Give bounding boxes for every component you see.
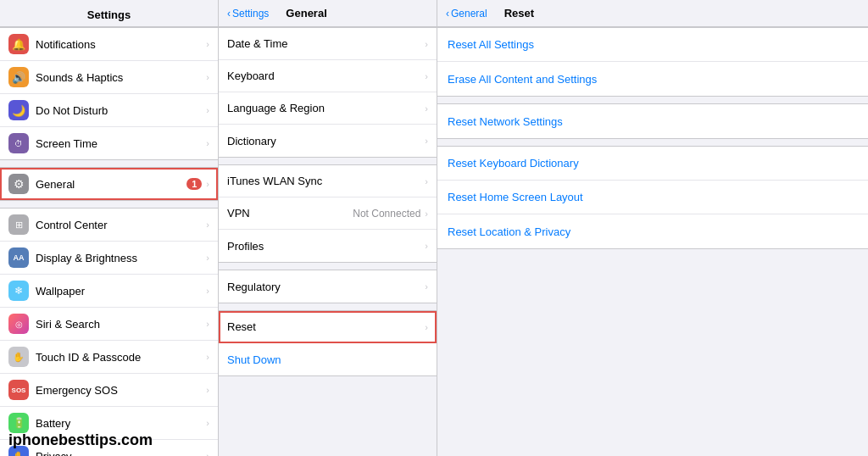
displaybrightness-label: Display & Brightness: [36, 252, 206, 264]
right-nav-title: Reset: [504, 7, 534, 19]
settings-group-3: ⊞ Control Center › AA Display & Brightne…: [0, 208, 218, 456]
donotdisturb-icon: 🌙: [8, 100, 29, 120]
chevron-icon: ›: [206, 220, 209, 230]
sidebar-item-sounds[interactable]: 🔊 Sounds & Haptics ›: [0, 61, 218, 94]
reset-panel-right: ‹ General Reset Reset All Settings Erase…: [437, 0, 868, 456]
settings-list: 🔔 Notifications › 🔊 Sounds & Haptics › 🌙…: [0, 27, 218, 456]
sidebar-item-donotdisturb[interactable]: 🌙 Do Not Disturb ›: [0, 94, 218, 127]
general-badge: 1: [186, 178, 202, 190]
sounds-label: Sounds & Haptics: [36, 71, 206, 84]
notifications-label: Notifications: [36, 38, 206, 51]
wallpaper-icon: ❄: [8, 281, 29, 301]
screentime-icon: ⏱: [8, 133, 29, 153]
chevron-icon: ›: [206, 319, 209, 329]
chevron-icon: ›: [206, 352, 209, 362]
controlcenter-label: Control Center: [36, 219, 206, 231]
chevron-icon: ›: [206, 39, 209, 49]
screentime-label: Screen Time: [36, 137, 206, 150]
middle-item-datetime[interactable]: Date & Time ›: [219, 28, 437, 60]
chevron-icon: ›: [206, 286, 209, 296]
settings-group-1: 🔔 Notifications › 🔊 Sounds & Haptics › 🌙…: [0, 27, 218, 160]
right-nav: ‹ General Reset: [437, 0, 868, 27]
middle-group-3: Regulatory ›: [219, 270, 437, 303]
sidebar-item-controlcenter[interactable]: ⊞ Control Center ›: [0, 209, 218, 242]
sidebar-item-general[interactable]: ⚙ General 1 ›: [0, 168, 218, 200]
middle-item-profiles[interactable]: Profiles ›: [219, 230, 437, 262]
right-item-resetkeyboard[interactable]: Reset Keyboard Dictionary: [437, 147, 868, 181]
chevron-icon: ›: [206, 138, 209, 148]
emergencysos-label: Emergency SOS: [36, 384, 206, 397]
right-item-resethomescreen[interactable]: Reset Home Screen Layout: [437, 181, 868, 214]
sidebar-item-touchid[interactable]: ✋ Touch ID & Passcode ›: [0, 341, 218, 374]
privacy-label: Privacy: [36, 450, 206, 457]
right-group-3: Reset Keyboard Dictionary Reset Home Scr…: [437, 146, 868, 249]
back-arrow-icon: ‹: [227, 8, 231, 19]
chevron-icon: ›: [206, 105, 209, 115]
left-panel-header: Settings: [0, 0, 218, 27]
sidebar-item-notifications[interactable]: 🔔 Notifications ›: [0, 28, 218, 61]
right-item-resetlocation[interactable]: Reset Location & Privacy: [437, 214, 868, 248]
wallpaper-label: Wallpaper: [36, 285, 206, 298]
middle-item-dictionary[interactable]: Dictionary ›: [219, 125, 437, 157]
general-label: General: [36, 178, 186, 191]
watermark: iphonebesttips.com: [8, 431, 153, 449]
chevron-icon: ›: [206, 451, 209, 456]
chevron-icon: ›: [206, 253, 209, 263]
right-group-1: Reset All Settings Erase All Content and…: [437, 27, 868, 97]
middle-nav: ‹ Settings General: [219, 0, 437, 27]
middle-item-keyboard[interactable]: Keyboard ›: [219, 60, 437, 92]
right-item-resetnetwork[interactable]: Reset Network Settings: [437, 104, 868, 138]
battery-icon: 🔋: [8, 413, 29, 433]
middle-item-regulatory[interactable]: Regulatory ›: [219, 270, 437, 303]
right-group-2: Reset Network Settings: [437, 103, 868, 139]
middle-group-1: Date & Time › Keyboard › Language & Regi…: [219, 27, 437, 158]
right-list: Reset All Settings Erase All Content and…: [437, 27, 868, 456]
emergencysos-icon: SOS: [8, 380, 29, 400]
right-item-eraseallcontent[interactable]: Erase All Content and Settings: [437, 62, 868, 96]
settings-group-2: ⚙ General 1 ›: [0, 167, 218, 201]
middle-nav-title: General: [286, 7, 326, 19]
touchid-icon: ✋: [8, 347, 29, 367]
sidebar-item-screentime[interactable]: ⏱ Screen Time ›: [0, 127, 218, 159]
general-panel-middle: ‹ Settings General Date & Time › Keyboar…: [219, 0, 437, 456]
sounds-icon: 🔊: [8, 67, 29, 87]
middle-item-ituneswlan[interactable]: iTunes WLAN Sync ›: [219, 165, 437, 197]
siri-icon: ◎: [8, 314, 29, 334]
right-nav-back[interactable]: ‹ General: [446, 8, 487, 19]
middle-item-reset[interactable]: Reset ›: [219, 311, 437, 343]
middle-item-language[interactable]: Language & Region ›: [219, 92, 437, 125]
middle-list: Date & Time › Keyboard › Language & Regi…: [219, 27, 437, 456]
battery-label: Battery: [36, 417, 206, 430]
touchid-label: Touch ID & Passcode: [36, 351, 206, 364]
chevron-icon: ›: [206, 179, 209, 189]
controlcenter-icon: ⊞: [8, 214, 29, 235]
chevron-icon: ›: [206, 385, 209, 395]
right-item-resetallsettings[interactable]: Reset All Settings: [437, 28, 868, 62]
middle-group-4: Reset › Shut Down: [219, 310, 437, 376]
displaybrightness-icon: AA: [8, 247, 29, 268]
sidebar-item-siri[interactable]: ◎ Siri & Search ›: [0, 308, 218, 341]
siri-label: Siri & Search: [36, 318, 206, 331]
middle-nav-back[interactable]: ‹ Settings: [227, 8, 269, 19]
sidebar-item-emergencysos[interactable]: SOS Emergency SOS ›: [0, 374, 218, 407]
back-arrow-icon: ‹: [446, 8, 449, 19]
middle-item-shutdown[interactable]: Shut Down: [219, 343, 437, 375]
chevron-icon: ›: [206, 418, 209, 428]
settings-panel-left: Settings 🔔 Notifications › 🔊 Sounds & Ha…: [0, 0, 219, 456]
notifications-icon: 🔔: [8, 34, 29, 54]
donotdisturb-label: Do Not Disturb: [36, 104, 206, 117]
sidebar-item-displaybrightness[interactable]: AA Display & Brightness ›: [0, 242, 218, 275]
chevron-icon: ›: [206, 72, 209, 82]
middle-group-2: iTunes WLAN Sync › VPN Not Connected › P…: [219, 164, 437, 263]
sidebar-item-wallpaper[interactable]: ❄ Wallpaper ›: [0, 275, 218, 308]
middle-item-vpn[interactable]: VPN Not Connected ›: [219, 197, 437, 230]
general-icon: ⚙: [8, 174, 29, 194]
